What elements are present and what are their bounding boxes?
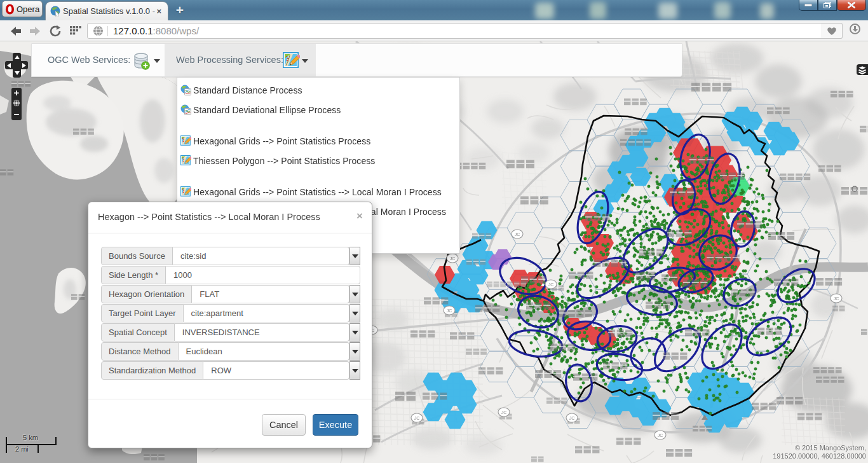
svg-text:JC: JC [569,416,575,420]
svg-text:JC: JC [834,296,839,301]
svg-text:JC: JC [414,416,420,420]
svg-text:JC: JC [447,308,452,313]
svg-text:JC: JC [548,282,554,287]
svg-text:JC: JC [515,232,520,237]
svg-text:JC: JC [450,256,456,261]
svg-text:JC: JC [501,410,507,415]
svg-text:JC: JC [658,433,663,438]
